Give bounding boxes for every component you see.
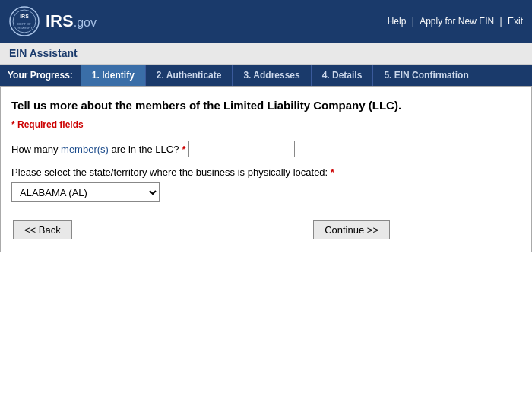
irs-name: IRS [46, 11, 74, 30]
irs-gov-label: .gov [74, 16, 97, 29]
back-button[interactable]: << Back [13, 220, 72, 239]
svg-point-0 [10, 7, 39, 36]
members-label-part1: How many member(s) are in the LLC? [11, 144, 179, 155]
step-4-details[interactable]: 4. Details [311, 65, 373, 86]
progress-bar: Your Progress: 1. Identify 2. Authentica… [0, 65, 532, 86]
sep1: | [412, 16, 416, 27]
logo-area: IRS DEPT OF TREASURY IRS.gov [9, 6, 97, 36]
exit-link[interactable]: Exit [508, 16, 523, 27]
members-question-row: How many member(s) are in the LLC? * [11, 141, 521, 157]
main-content: Tell us more about the members of the Li… [1, 87, 531, 252]
state-required-star: * [331, 166, 334, 178]
sep2: | [500, 16, 505, 27]
required-note: * Required fields [11, 119, 521, 130]
svg-text:IRS: IRS [20, 14, 29, 19]
header-links: Help | Apply for New EIN | Exit [388, 16, 523, 27]
content-area: Tell us more about the members of the Li… [0, 86, 532, 252]
svg-text:TREASURY: TREASURY [16, 26, 33, 30]
members-input[interactable] [188, 141, 295, 157]
step-3-addresses[interactable]: 3. Addresses [232, 65, 310, 86]
help-link[interactable]: Help [388, 16, 407, 27]
state-label: Please select the state/territory where … [11, 166, 521, 178]
members-required-star: * [182, 144, 185, 155]
continue-button[interactable]: Continue >> [313, 220, 390, 239]
irs-seal-icon: IRS DEPT OF TREASURY [9, 6, 40, 36]
button-row: << Back Continue >> [11, 220, 391, 239]
irs-brand-text: IRS.gov [46, 11, 97, 31]
required-star: * [11, 119, 17, 130]
ein-assistant-label: EIN Assistant [9, 47, 78, 59]
state-select[interactable]: ALABAMA (AL)ALASKA (AK)ARIZONA (AZ)ARKAN… [11, 182, 160, 202]
step-1-identify[interactable]: 1. Identify [81, 65, 145, 86]
state-question-block: Please select the state/territory where … [11, 166, 521, 202]
ein-assistant-bar: EIN Assistant [0, 43, 532, 65]
members-link[interactable]: member(s) [61, 144, 109, 155]
page-title: Tell us more about the members of the Li… [11, 99, 521, 112]
step-2-authenticate[interactable]: 2. Authenticate [145, 65, 233, 86]
your-progress-label: Your Progress: [0, 65, 81, 86]
page-header: IRS DEPT OF TREASURY IRS.gov Help | Appl… [0, 0, 532, 43]
apply-ein-link[interactable]: Apply for New EIN [420, 16, 494, 27]
step-5-ein-confirmation[interactable]: 5. EIN Confirmation [372, 65, 479, 86]
